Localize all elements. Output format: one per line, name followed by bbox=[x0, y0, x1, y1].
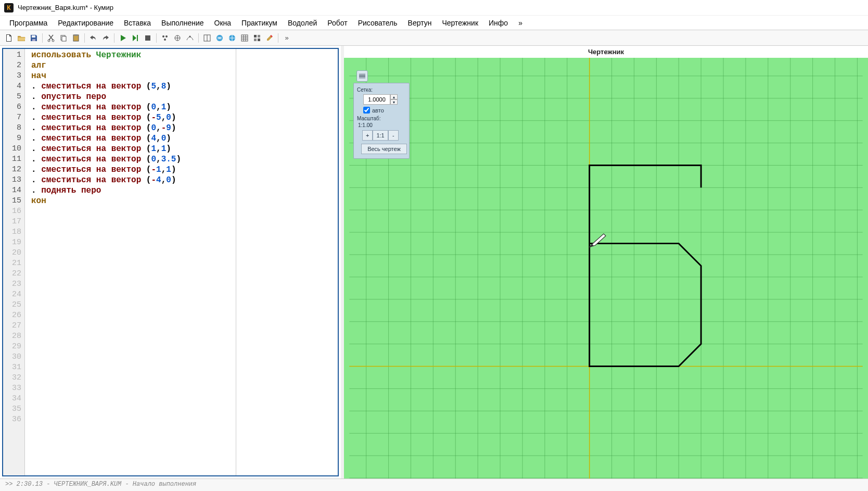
grid3-icon[interactable] bbox=[251, 32, 263, 44]
canvas-menu-button[interactable] bbox=[356, 70, 368, 82]
menu-11[interactable]: Инфо bbox=[483, 17, 513, 29]
svg-point-8 bbox=[162, 35, 164, 37]
svg-point-10 bbox=[164, 39, 166, 41]
code-line[interactable]: . сместиться на вектор (0,-9) bbox=[31, 123, 337, 133]
drawing-canvas[interactable]: Сетка: ▲▼ авто Масштаб: 1:1.00 + 1:1 - В… bbox=[344, 58, 868, 479]
code-line[interactable]: кон bbox=[31, 196, 337, 206]
line-number: 23 bbox=[3, 279, 24, 289]
svg-rect-5 bbox=[74, 34, 78, 36]
spin-down[interactable]: ▼ bbox=[390, 99, 398, 105]
line-number: 21 bbox=[3, 258, 24, 269]
line-number: 12 bbox=[3, 165, 24, 175]
new-file-icon[interactable] bbox=[3, 32, 15, 44]
line-number: 18 bbox=[3, 227, 24, 237]
toolbar-overflow[interactable]: » bbox=[281, 32, 292, 44]
grid1-icon[interactable] bbox=[201, 32, 213, 44]
menu-2[interactable]: Вставка bbox=[119, 17, 156, 29]
menu-9[interactable]: Вертун bbox=[403, 17, 437, 29]
svg-rect-17 bbox=[254, 35, 257, 37]
canvas-controls: Сетка: ▲▼ авто Масштаб: 1:1.00 + 1:1 - В… bbox=[353, 83, 410, 159]
actor3-icon[interactable] bbox=[184, 32, 196, 44]
menu-3[interactable]: Выполнение bbox=[156, 17, 209, 29]
line-number: 31 bbox=[3, 362, 24, 373]
copy-icon[interactable] bbox=[58, 32, 69, 44]
grid-value-input[interactable] bbox=[363, 94, 390, 105]
code-editor[interactable]: 1234567891011121314151617181920212223242… bbox=[2, 48, 339, 476]
menu-1[interactable]: Редактирование bbox=[53, 17, 119, 29]
menu-8[interactable]: Рисователь bbox=[353, 17, 403, 29]
code-line[interactable]: . сместиться на вектор (-5,0) bbox=[31, 112, 337, 123]
menu-10[interactable]: Чертежник bbox=[437, 17, 483, 29]
line-number: 33 bbox=[3, 383, 24, 394]
grid-svg bbox=[344, 58, 868, 479]
open-file-icon[interactable] bbox=[16, 32, 27, 44]
separator bbox=[114, 33, 114, 43]
code-area[interactable]: использовать Чертежникалгнач. сместиться… bbox=[25, 49, 338, 475]
svg-rect-7 bbox=[145, 35, 150, 41]
menu-7[interactable]: Робот bbox=[322, 17, 352, 29]
fit-all-button[interactable]: Весь чертеж bbox=[361, 144, 407, 154]
menu-0[interactable]: Программа bbox=[4, 17, 53, 29]
redo-icon[interactable] bbox=[100, 32, 111, 44]
zoom-reset-button[interactable]: 1:1 bbox=[373, 130, 388, 141]
line-number: 6 bbox=[3, 102, 24, 112]
code-line[interactable]: . сместиться на вектор (0,3.5) bbox=[31, 154, 337, 165]
globe2-icon[interactable] bbox=[226, 32, 238, 44]
line-number: 19 bbox=[3, 237, 24, 248]
save-file-icon[interactable] bbox=[28, 32, 40, 44]
step-icon[interactable] bbox=[130, 32, 141, 44]
globe-icon[interactable] bbox=[214, 32, 225, 44]
line-number: 25 bbox=[3, 300, 24, 310]
code-line[interactable]: . сместиться на вектор (4,0) bbox=[31, 133, 337, 144]
actor2-icon[interactable] bbox=[172, 32, 183, 44]
paint-icon[interactable] bbox=[264, 32, 275, 44]
paste-icon[interactable] bbox=[70, 32, 82, 44]
zoom-out-button[interactable]: - bbox=[388, 130, 399, 141]
auto-checkbox-input[interactable] bbox=[363, 107, 370, 114]
line-number: 5 bbox=[3, 92, 24, 102]
svg-rect-20 bbox=[258, 39, 260, 41]
code-line[interactable]: алг bbox=[31, 60, 337, 71]
menu-4[interactable]: Окна bbox=[209, 17, 237, 29]
svg-rect-16 bbox=[241, 35, 248, 41]
code-line[interactable]: использовать Чертежник bbox=[31, 50, 337, 60]
code-line[interactable]: . сместиться на вектор (1,1) bbox=[31, 144, 337, 154]
code-line[interactable]: . поднять перо bbox=[31, 185, 337, 196]
editor-pane: 1234567891011121314151617181920212223242… bbox=[0, 46, 341, 479]
toolbar: » bbox=[0, 30, 868, 46]
menu-5[interactable]: Практикум bbox=[236, 17, 283, 29]
code-line[interactable]: . сместиться на вектор (5,8) bbox=[31, 81, 337, 92]
code-line[interactable]: нач bbox=[31, 71, 337, 81]
scale-value: 1:1.00 bbox=[358, 122, 406, 128]
stop-icon[interactable] bbox=[142, 32, 154, 44]
line-number: 8 bbox=[3, 123, 24, 133]
menu-12[interactable]: » bbox=[513, 17, 528, 29]
code-line[interactable]: . опустить перо bbox=[31, 92, 337, 102]
grid-spinner[interactable]: ▲▼ bbox=[363, 94, 406, 105]
line-number: 17 bbox=[3, 217, 24, 227]
svg-rect-19 bbox=[254, 39, 257, 41]
actor1-icon[interactable] bbox=[159, 32, 171, 44]
code-line[interactable]: . сместиться на вектор (-4,0) bbox=[31, 175, 337, 185]
line-number: 30 bbox=[3, 352, 24, 362]
code-line[interactable]: . сместиться на вектор (0,1) bbox=[31, 102, 337, 112]
svg-point-9 bbox=[165, 35, 168, 37]
spin-up[interactable]: ▲ bbox=[390, 94, 398, 99]
code-vertical-divider bbox=[236, 49, 236, 475]
separator bbox=[278, 33, 278, 43]
grid2-icon[interactable] bbox=[239, 32, 250, 44]
undo-icon[interactable] bbox=[87, 32, 99, 44]
line-number: 11 bbox=[3, 154, 24, 165]
separator bbox=[84, 33, 85, 43]
line-number: 28 bbox=[3, 331, 24, 342]
app-icon: К bbox=[4, 3, 14, 12]
zoom-in-button[interactable]: + bbox=[362, 130, 373, 141]
auto-checkbox[interactable]: авто bbox=[363, 107, 406, 114]
svg-point-12 bbox=[189, 35, 191, 37]
cut-icon[interactable] bbox=[45, 32, 57, 44]
line-number: 35 bbox=[3, 404, 24, 414]
menu-6[interactable]: Водолей bbox=[283, 17, 322, 29]
code-line[interactable]: . сместиться на вектор (-1,1) bbox=[31, 165, 337, 175]
line-number: 1 bbox=[3, 50, 24, 60]
run-icon[interactable] bbox=[117, 32, 129, 44]
